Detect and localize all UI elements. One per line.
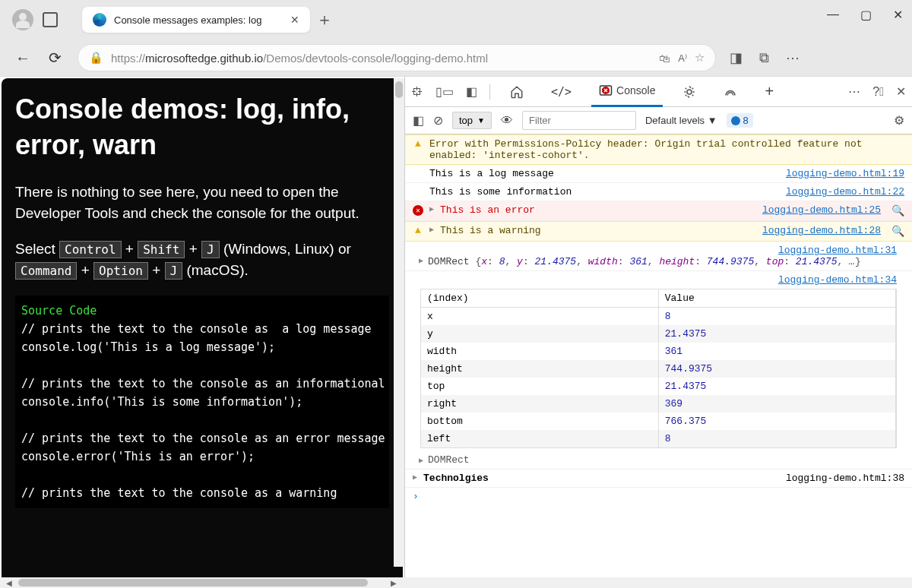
clear-console-icon[interactable]: ⊘ xyxy=(433,113,443,128)
close-window-button[interactable]: ✕ xyxy=(893,8,903,22)
filter-input[interactable] xyxy=(522,111,636,130)
devtools-more-icon[interactable]: ⋯ xyxy=(848,84,860,99)
code-block: Source Code // prints the text to the co… xyxy=(15,296,389,508)
table-header-index[interactable]: (index) xyxy=(421,289,658,308)
back-button[interactable]: ← xyxy=(14,49,32,67)
scroll-left-arrow[interactable]: ◀ xyxy=(3,577,15,588)
key-j-2: J xyxy=(165,262,183,280)
table-row: height744.9375 xyxy=(421,360,896,378)
url-field[interactable]: 🔒 https://microsoftedge.github.io/Demos/… xyxy=(78,44,716,71)
search-error-icon[interactable]: 🔍 xyxy=(891,225,904,238)
tab-elements[interactable]: </> xyxy=(543,77,579,107)
page-scrollbar-vertical[interactable] xyxy=(394,78,404,567)
table-header-value[interactable]: Value xyxy=(658,289,895,308)
console-message-table: logging-demo.html:34 (index) Value x8y21… xyxy=(405,271,912,469)
browser-tab[interactable]: Console messages examples: log ✕ xyxy=(82,7,310,33)
key-command: Command xyxy=(15,262,77,280)
console-settings-icon[interactable]: ⚙ xyxy=(894,113,904,128)
device-toolbar-icon[interactable]: ▯▭ xyxy=(435,84,454,99)
context-selector[interactable]: top▼ xyxy=(452,112,492,129)
console-message-error: ✕ ▶ This is an error logging-demo.html:2… xyxy=(405,201,912,221)
expand-toggle[interactable]: ▶ xyxy=(429,204,434,213)
inspect-element-icon[interactable]: ⯐ xyxy=(411,85,423,99)
tab-network[interactable] xyxy=(716,77,745,107)
refresh-button[interactable]: ⟳ xyxy=(46,49,64,67)
source-link[interactable]: logging-demo.html:34 xyxy=(778,274,897,286)
more-icon[interactable]: ⋯ xyxy=(786,49,800,66)
expand-toggle[interactable]: ▶ xyxy=(419,456,423,465)
key-option: Option xyxy=(93,262,148,280)
table-row: y21.4375 xyxy=(421,325,896,343)
page-heading: Console demos: log, info, error, warn xyxy=(15,92,389,163)
console-message-object: logging-demo.html:31 ▶ DOMRect {x: 8, y:… xyxy=(405,242,912,271)
table-row: right369 xyxy=(421,395,896,413)
tab-title: Console messages examples: log xyxy=(114,14,283,26)
svg-point-2 xyxy=(687,90,692,94)
source-link[interactable]: logging-demo.html:31 xyxy=(778,245,897,256)
log-levels-dropdown[interactable]: Default levels ▼ xyxy=(645,115,717,126)
favorite-icon[interactable]: ☆ xyxy=(695,51,705,65)
close-devtools-icon[interactable]: ✕ xyxy=(896,84,906,99)
new-tab-button[interactable]: ＋ xyxy=(316,8,333,31)
minimize-button[interactable]: — xyxy=(827,8,839,22)
devtools-tab-bar: ⯐ ▯▭ ◧ </> Console + ⋯ ?⃝ ✕ xyxy=(405,77,912,107)
scrollbar-thumb[interactable] xyxy=(395,81,403,98)
expand-toggle[interactable]: ▶ xyxy=(429,225,434,234)
source-link[interactable]: logging-demo.html:38 xyxy=(786,473,904,484)
table-row: bottom766.375 xyxy=(421,413,896,430)
source-link[interactable]: logging-demo.html:28 xyxy=(762,225,881,236)
source-link[interactable]: logging-demo.html:19 xyxy=(786,168,904,179)
split-screen-icon[interactable]: ◨ xyxy=(730,49,743,66)
warning-icon: ▲ xyxy=(413,138,423,150)
scroll-right-arrow[interactable]: ▶ xyxy=(388,577,400,588)
maximize-button[interactable]: ▢ xyxy=(860,8,872,22)
page-viewport: Console demos: log, info, error, warn Th… xyxy=(0,77,404,577)
table-row: left8 xyxy=(421,430,896,447)
tab-console[interactable]: Console xyxy=(591,77,663,107)
table-row: width361 xyxy=(421,343,896,360)
key-shift: Shift xyxy=(138,241,185,258)
console-message-warning: ▲ ▶ This is a warning logging-demo.html:… xyxy=(405,221,912,242)
issues-badge[interactable]: 8 xyxy=(727,113,753,128)
expand-toggle[interactable]: ▶ xyxy=(413,473,417,484)
expand-toggle[interactable]: ▶ xyxy=(419,256,423,265)
browser-tab-strip: Console messages examples: log ✕ ＋ — ▢ ✕ xyxy=(0,0,912,40)
collections-icon[interactable]: ⧉ xyxy=(759,50,769,66)
console-message-log: This is a log message logging-demo.html:… xyxy=(405,165,912,183)
workspaces-icon[interactable] xyxy=(43,12,58,27)
error-badge-icon xyxy=(602,87,616,100)
read-aloud-icon[interactable]: A⁾ xyxy=(678,52,687,64)
help-icon[interactable]: ?⃝ xyxy=(872,85,884,99)
page-scrollbar-horizontal[interactable]: ◀ ▶ xyxy=(0,577,912,588)
dock-side-icon[interactable]: ◧ xyxy=(466,84,477,99)
live-expression-icon[interactable]: 👁 xyxy=(501,114,513,128)
shopping-icon[interactable]: 🛍 xyxy=(659,52,670,65)
console-group[interactable]: ▶ Technolgies logging-demo.html:38 xyxy=(405,469,912,488)
source-link[interactable]: logging-demo.html:25 xyxy=(762,204,881,216)
source-link[interactable]: logging-demo.html:22 xyxy=(786,186,904,198)
key-control: Control xyxy=(59,241,121,258)
tab-sources[interactable] xyxy=(675,77,704,107)
profile-avatar[interactable] xyxy=(12,9,33,30)
console-table: (index) Value x8y21.4375width361height74… xyxy=(421,289,896,447)
address-bar: ← ⟳ 🔒 https://microsoftedge.github.io/De… xyxy=(0,40,912,76)
devtools-panel: ⯐ ▯▭ ◧ </> Console + ⋯ ?⃝ ✕ ◧ ⊘ top▼ xyxy=(404,77,912,577)
table-row: top21.4375 xyxy=(421,378,896,395)
lock-icon[interactable]: 🔒 xyxy=(89,51,103,65)
edge-favicon xyxy=(93,13,106,27)
scrollbar-thumb[interactable] xyxy=(18,579,368,586)
warning-icon: ▲ xyxy=(413,225,423,236)
console-messages: ▲ Error with Permissions-Policy header: … xyxy=(405,134,912,577)
toggle-sidebar-icon[interactable]: ◧ xyxy=(413,113,424,128)
error-icon: ✕ xyxy=(413,204,423,216)
search-error-icon[interactable]: 🔍 xyxy=(891,204,904,217)
key-j: J xyxy=(201,241,220,258)
issue-dot-icon xyxy=(731,116,740,125)
tab-welcome[interactable] xyxy=(502,77,531,107)
close-tab-icon[interactable]: ✕ xyxy=(290,14,299,26)
more-tabs-button[interactable]: + xyxy=(757,77,781,107)
console-toolbar: ◧ ⊘ top▼ 👁 Default levels ▼ 8 ⚙ xyxy=(405,107,912,134)
console-prompt[interactable]: › xyxy=(405,488,912,505)
keyboard-instructions: Select Control + Shift + J (Windows, Lin… xyxy=(15,239,389,282)
console-message-info: This is some information logging-demo.ht… xyxy=(405,183,912,201)
